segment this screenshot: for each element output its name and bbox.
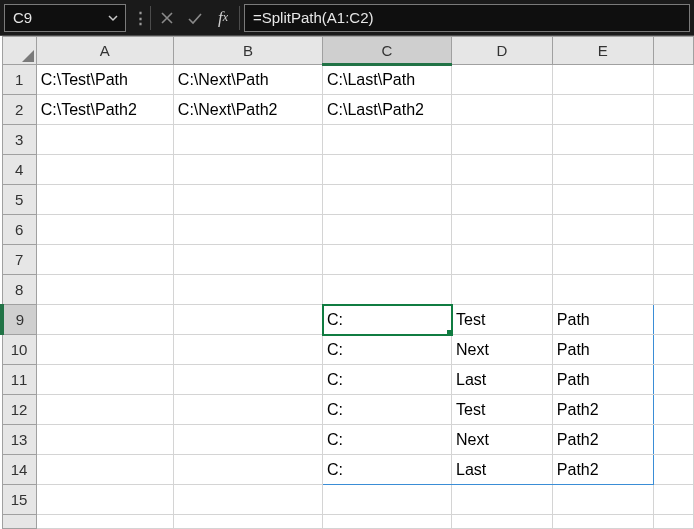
cell-A16[interactable] [36,515,173,529]
cell-A9[interactable] [36,305,173,335]
row-header-2[interactable]: 2 [2,95,36,125]
cell-B16[interactable] [173,515,322,529]
cell-A2[interactable]: C:\Test\Path2 [36,95,173,125]
cell-F9[interactable] [653,305,693,335]
row-header-16[interactable] [2,515,36,529]
cell-C7[interactable] [323,245,452,275]
cell-D10[interactable]: Next [452,335,553,365]
cell-D6[interactable] [452,215,553,245]
cell-F11[interactable] [653,365,693,395]
row-header-12[interactable]: 12 [2,395,36,425]
cell-D2[interactable] [452,95,553,125]
cell-D16[interactable] [452,515,553,529]
cell-C9[interactable]: C: [323,305,452,335]
cell-A10[interactable] [36,335,173,365]
cell-B6[interactable] [173,215,322,245]
cell-B10[interactable] [173,335,322,365]
cell-D11[interactable]: Last [452,365,553,395]
cell-E8[interactable] [552,275,653,305]
cell-B1[interactable]: C:\Next\Path [173,65,322,95]
cell-A4[interactable] [36,155,173,185]
cell-E4[interactable] [552,155,653,185]
cell-A11[interactable] [36,365,173,395]
cell-A1[interactable]: C:\Test\Path [36,65,173,95]
cell-C13[interactable]: C: [323,425,452,455]
cell-F16[interactable] [653,515,693,529]
formula-input[interactable]: =SplitPath(A1:C2) [244,4,690,32]
cell-D1[interactable] [452,65,553,95]
cell-D15[interactable] [452,485,553,515]
cell-F7[interactable] [653,245,693,275]
cell-D13[interactable]: Next [452,425,553,455]
cell-F10[interactable] [653,335,693,365]
cell-C14[interactable]: C: [323,455,452,485]
cell-B8[interactable] [173,275,322,305]
cell-C3[interactable] [323,125,452,155]
cell-C2[interactable]: C:\Last\Path2 [323,95,452,125]
cell-D9[interactable]: Test [452,305,553,335]
cell-B4[interactable] [173,155,322,185]
row-header-4[interactable]: 4 [2,155,36,185]
cell-B3[interactable] [173,125,322,155]
cell-B15[interactable] [173,485,322,515]
cell-C5[interactable] [323,185,452,215]
cell-B5[interactable] [173,185,322,215]
cell-E5[interactable] [552,185,653,215]
cell-C15[interactable] [323,485,452,515]
cell-F5[interactable] [653,185,693,215]
cell-F15[interactable] [653,485,693,515]
cell-E15[interactable] [552,485,653,515]
col-header-E[interactable]: E [552,37,653,65]
cell-A6[interactable] [36,215,173,245]
fx-icon[interactable]: fx [209,4,237,32]
cell-B12[interactable] [173,395,322,425]
cell-E2[interactable] [552,95,653,125]
chevron-down-icon[interactable] [107,12,119,24]
cell-F2[interactable] [653,95,693,125]
cell-E12[interactable]: Path2 [552,395,653,425]
cell-C6[interactable] [323,215,452,245]
cell-F12[interactable] [653,395,693,425]
cell-B14[interactable] [173,455,322,485]
col-header-blank[interactable] [653,37,693,65]
cell-D4[interactable] [452,155,553,185]
cell-C16[interactable] [323,515,452,529]
cell-D3[interactable] [452,125,553,155]
cell-E1[interactable] [552,65,653,95]
cell-D14[interactable]: Last [452,455,553,485]
row-header-5[interactable]: 5 [2,185,36,215]
cell-E7[interactable] [552,245,653,275]
row-header-14[interactable]: 14 [2,455,36,485]
cell-B13[interactable] [173,425,322,455]
cell-A12[interactable] [36,395,173,425]
cell-D8[interactable] [452,275,553,305]
cell-F4[interactable] [653,155,693,185]
cell-E3[interactable] [552,125,653,155]
cell-C10[interactable]: C: [323,335,452,365]
cell-E10[interactable]: Path [552,335,653,365]
select-all-corner[interactable] [2,37,36,65]
cell-A14[interactable] [36,455,173,485]
cell-A13[interactable] [36,425,173,455]
cell-F13[interactable] [653,425,693,455]
col-header-A[interactable]: A [36,37,173,65]
cell-C12[interactable]: C: [323,395,452,425]
row-header-15[interactable]: 15 [2,485,36,515]
cell-C11[interactable]: C: [323,365,452,395]
row-header-6[interactable]: 6 [2,215,36,245]
cell-F1[interactable] [653,65,693,95]
enter-icon[interactable] [181,4,209,32]
cell-C1[interactable]: C:\Last\Path [323,65,452,95]
cell-B7[interactable] [173,245,322,275]
cell-D7[interactable] [452,245,553,275]
row-header-7[interactable]: 7 [2,245,36,275]
cell-F8[interactable] [653,275,693,305]
cell-E9[interactable]: Path [552,305,653,335]
cell-E13[interactable]: Path2 [552,425,653,455]
cell-F6[interactable] [653,215,693,245]
cell-E11[interactable]: Path [552,365,653,395]
cell-F14[interactable] [653,455,693,485]
cell-D5[interactable] [452,185,553,215]
cell-E14[interactable]: Path2 [552,455,653,485]
row-header-10[interactable]: 10 [2,335,36,365]
